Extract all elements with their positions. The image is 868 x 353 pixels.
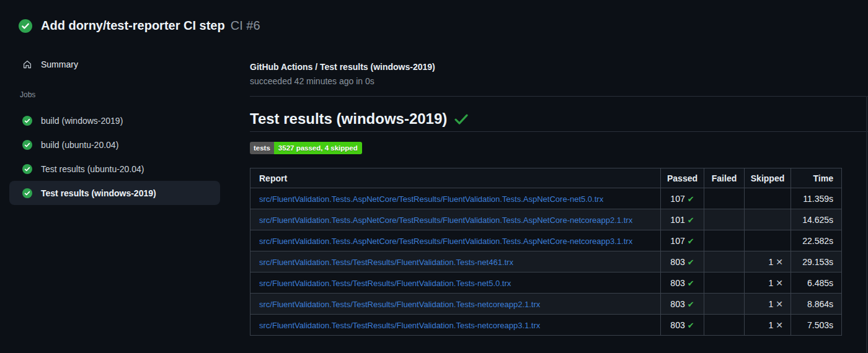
skipped-cell	[745, 188, 791, 209]
column-header-passed: Passed	[661, 168, 704, 188]
table-row: src/FluentValidation.Tests/TestResults/F…	[250, 294, 842, 315]
report-cell: src/FluentValidation.Tests/TestResults/F…	[250, 294, 661, 315]
badge-value: 3527 passed, 4 skipped	[274, 142, 362, 154]
home-icon	[22, 59, 32, 69]
report-link[interactable]: src/FluentValidation.Tests/TestResults/F…	[259, 258, 513, 267]
table-row: src/FluentValidation.Tests.AspNetCore/Te…	[250, 230, 842, 251]
skipped-count: 1	[768, 299, 773, 309]
check-circle-icon	[19, 19, 32, 33]
column-header-skipped: Skipped	[745, 168, 791, 188]
test-results-table: ReportPassedFailedSkippedTime src/Fluent…	[250, 168, 842, 336]
report-cell: src/FluentValidation.Tests.AspNetCore/Te…	[250, 209, 661, 230]
passed-count: 803	[670, 278, 684, 288]
check-circle-icon	[22, 116, 32, 126]
report-cell: src/FluentValidation.Tests.AspNetCore/Te…	[250, 230, 661, 251]
time-cell: 22.582s	[791, 230, 842, 251]
check-icon: ✔	[688, 258, 694, 267]
table-header: ReportPassedFailedSkippedTime	[250, 168, 842, 188]
report-cell: src/FluentValidation.Tests/TestResults/F…	[250, 272, 661, 294]
workflow-run-header: Add dorny/test-reporter CI step CI #6	[19, 19, 260, 33]
failed-cell	[704, 294, 745, 315]
table-row: src/FluentValidation.Tests/TestResults/F…	[250, 315, 842, 336]
passed-count: 107	[670, 236, 684, 246]
skipped-cell	[745, 209, 791, 230]
report-cell: src/FluentValidation.Tests/TestResults/F…	[250, 251, 661, 272]
workflow-run-number: CI #6	[231, 19, 260, 33]
report-cell: src/FluentValidation.Tests/TestResults/F…	[250, 315, 661, 336]
check-circle-icon	[22, 188, 32, 198]
skipped-cell: 1✕	[745, 251, 791, 272]
failed-cell	[704, 315, 745, 336]
workflow-run-title: Add dorny/test-reporter CI step	[41, 19, 225, 33]
sidebar-item-label: Test results (ubuntu-20.04)	[41, 164, 144, 174]
check-run-status: succeeded 42 minutes ago in 0s	[250, 76, 374, 86]
time-cell: 8.864s	[791, 294, 842, 315]
failed-cell	[704, 209, 745, 230]
skipped-cell: 1✕	[745, 315, 791, 336]
report-link[interactable]: src/FluentValidation.Tests.AspNetCore/Te…	[259, 216, 632, 225]
column-header-failed: Failed	[704, 168, 745, 188]
sidebar-item-label: build (ubuntu-20.04)	[41, 140, 118, 150]
check-circle-icon	[22, 140, 32, 150]
check-icon: ✔	[688, 194, 694, 204]
report-link[interactable]: src/FluentValidation.Tests.AspNetCore/Te…	[259, 194, 603, 204]
sidebar-item-build-ubuntu-20-04[interactable]: build (ubuntu-20.04)	[9, 133, 220, 157]
report-link[interactable]: src/FluentValidation.Tests/TestResults/F…	[259, 300, 540, 309]
scrollbar-track[interactable]	[866, 96, 867, 353]
sidebar-item-test-results-windows-2019[interactable]: Test results (windows-2019)	[9, 181, 220, 205]
sidebar-item-label: Test results (windows-2019)	[41, 188, 156, 198]
x-icon: ✕	[776, 320, 783, 330]
passed-count: 803	[670, 320, 684, 330]
tests-badge: tests 3527 passed, 4 skipped	[250, 142, 362, 154]
passed-count: 101	[670, 215, 684, 225]
passed-cell: 107✔	[661, 188, 704, 209]
sidebar-jobs-list: build (windows-2019)build (ubuntu-20.04)…	[9, 108, 220, 205]
skipped-cell: 1✕	[745, 294, 791, 315]
report-link[interactable]: src/FluentValidation.Tests.AspNetCore/Te…	[259, 237, 632, 246]
table-row: src/FluentValidation.Tests.AspNetCore/Te…	[250, 209, 842, 230]
check-icon: ✔	[688, 321, 694, 330]
passed-count: 803	[670, 257, 684, 267]
x-icon: ✕	[776, 257, 783, 267]
table-row: src/FluentValidation.Tests/TestResults/F…	[250, 272, 842, 294]
divider	[250, 131, 868, 132]
passed-cell: 803✔	[661, 315, 704, 336]
skipped-count: 1	[768, 257, 773, 267]
sidebar-item-summary[interactable]: Summary	[9, 53, 220, 76]
x-icon: ✕	[776, 299, 783, 309]
badge-label: tests	[250, 142, 274, 154]
skipped-count: 1	[768, 320, 773, 330]
check-icon: ✔	[688, 237, 694, 246]
check-circle-icon	[22, 164, 32, 174]
report-link[interactable]: src/FluentValidation.Tests/TestResults/F…	[259, 279, 511, 288]
summary-label: Summary	[41, 59, 78, 69]
x-icon: ✕	[776, 278, 783, 288]
time-cell: 11.359s	[791, 188, 842, 209]
passed-cell: 107✔	[661, 230, 704, 251]
sidebar-item-build-windows-2019[interactable]: build (windows-2019)	[9, 108, 220, 133]
report-cell: src/FluentValidation.Tests.AspNetCore/Te…	[250, 188, 661, 209]
passed-cell: 803✔	[661, 294, 704, 315]
skipped-cell: 1✕	[745, 272, 791, 294]
skipped-count: 1	[768, 278, 773, 288]
table-row: src/FluentValidation.Tests.AspNetCore/Te…	[250, 188, 842, 209]
table-row: src/FluentValidation.Tests/TestResults/F…	[250, 251, 842, 272]
table-body: src/FluentValidation.Tests.AspNetCore/Te…	[250, 188, 842, 336]
passed-cell: 803✔	[661, 251, 704, 272]
time-cell: 6.485s	[791, 272, 842, 294]
column-header-time: Time	[791, 168, 842, 188]
section-title: Test results (windows-2019)	[250, 110, 447, 128]
skipped-cell	[745, 230, 791, 251]
check-icon: ✔	[688, 216, 694, 225]
passed-count: 107	[670, 194, 684, 204]
jobs-section-label: Jobs	[20, 90, 35, 99]
check-run-title: GitHub Actions / Test results (windows-2…	[250, 62, 435, 72]
passed-cell: 803✔	[661, 272, 704, 294]
check-icon: ✔	[688, 300, 694, 309]
failed-cell	[704, 188, 745, 209]
divider	[250, 96, 868, 97]
sidebar-item-test-results-ubuntu-20-04[interactable]: Test results (ubuntu-20.04)	[9, 157, 220, 181]
time-cell: 29.153s	[791, 251, 842, 272]
report-link[interactable]: src/FluentValidation.Tests/TestResults/F…	[259, 321, 540, 330]
time-cell: 7.503s	[791, 315, 842, 336]
